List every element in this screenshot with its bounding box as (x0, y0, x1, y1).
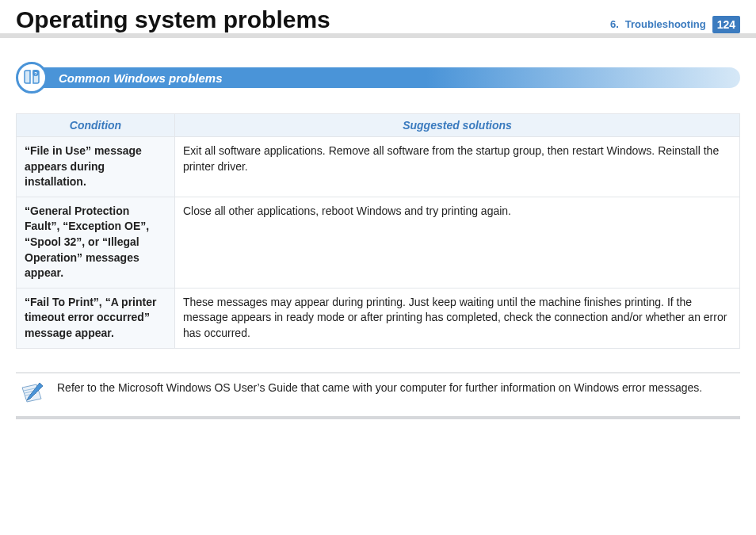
condition-cell: “File in Use” message appears during ins… (17, 137, 175, 197)
table-row: “Fail To Print”, “A printer timeout erro… (17, 288, 740, 348)
table-row: “File in Use” message appears during ins… (17, 137, 740, 197)
solution-cell: Close all other applications, reboot Win… (175, 197, 740, 288)
solution-cell: These messages may appear during printin… (175, 288, 740, 348)
note-icon (19, 381, 46, 405)
breadcrumb: 6. Troubleshooting 124 (610, 16, 740, 33)
page-title: Operating system problems (16, 6, 330, 33)
col-header-condition: Condition (17, 114, 175, 137)
svg-text:?: ? (34, 71, 37, 76)
condition-cell: “Fail To Print”, “A printer timeout erro… (17, 288, 175, 348)
problems-table: Condition Suggested solutions “File in U… (16, 113, 740, 349)
solution-cell: Exit all software applications. Remove a… (175, 137, 740, 197)
condition-cell: “General Protection Fault”, “Exception O… (17, 197, 175, 288)
breadcrumb-text: Troubleshooting (625, 18, 706, 30)
table-row: “General Protection Fault”, “Exception O… (17, 197, 740, 288)
section-header: ? Common Windows problems (16, 62, 740, 94)
breadcrumb-number: 6. (610, 18, 619, 30)
page-number-badge: 124 (712, 16, 740, 33)
book-question-icon: ? (16, 62, 48, 94)
page-header: Operating system problems 6. Troubleshoo… (0, 0, 756, 38)
section-title: Common Windows problems (59, 71, 223, 85)
col-header-solutions: Suggested solutions (175, 114, 740, 137)
note-box: Refer to the Microsoft Windows OS User’s… (16, 373, 740, 419)
note-text: Refer to the Microsoft Windows OS User’s… (57, 381, 702, 394)
section-title-bar: Common Windows problems (43, 67, 740, 88)
